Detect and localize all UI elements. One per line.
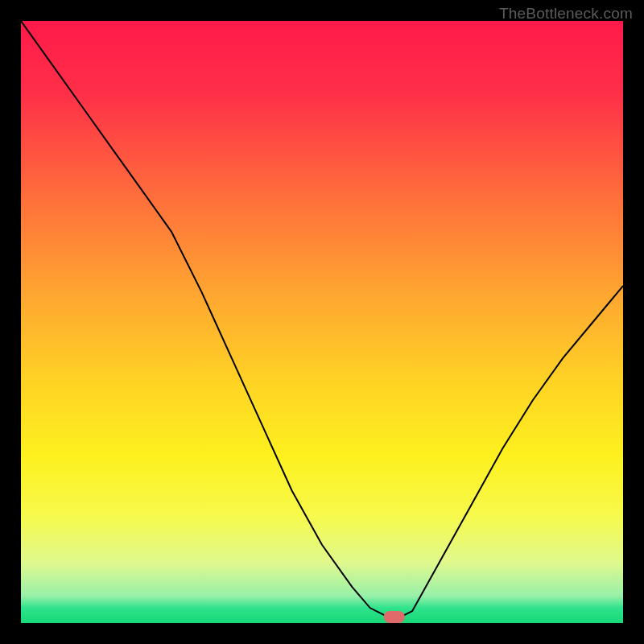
watermark-text: TheBottleneck.com [499, 5, 633, 23]
chart-container: TheBottleneck.com [0, 0, 644, 644]
optimal-marker [384, 611, 405, 623]
chart-svg [21, 21, 623, 623]
gradient-background [21, 21, 623, 623]
